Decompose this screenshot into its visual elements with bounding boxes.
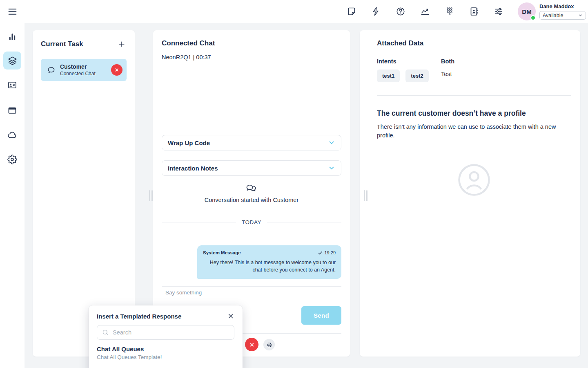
chat-bubbles-icon (245, 183, 258, 194)
intents-label: Intents (377, 58, 396, 65)
both-value: Test (441, 71, 452, 77)
intents-chips: test1 test2 (377, 70, 429, 82)
search-icon (102, 329, 109, 336)
plus-icon (118, 40, 126, 48)
end-chat-button[interactable] (245, 338, 258, 351)
menu-button[interactable] (7, 6, 18, 17)
system-message-bubble: System Message 19:29 Hey there! This is … (197, 245, 341, 279)
contact-card-icon (7, 80, 17, 90)
no-profile-title: The current customer doesn’t have a prof… (377, 109, 526, 118)
sidebar-item-tasks[interactable] (3, 52, 21, 70)
interaction-notes-accordion[interactable]: Interaction Notes (162, 160, 341, 176)
user-circle-icon (458, 164, 490, 196)
intent-chip: test2 (405, 70, 428, 82)
task-type: Connected Chat (60, 71, 107, 76)
chat-bubble-icon (47, 65, 56, 75)
message-sender: System Message (203, 250, 241, 255)
contacts-button[interactable] (467, 4, 481, 19)
day-divider: TODAY (162, 219, 341, 225)
help-button[interactable] (393, 4, 408, 19)
note-icon (347, 7, 356, 16)
task-text: Customer Connected Chat (60, 63, 107, 76)
user-meta: Dane Maddox Available (539, 3, 587, 20)
sidebar-item-settings[interactable] (3, 150, 21, 168)
chat-message-input[interactable] (165, 289, 329, 296)
topbar: DM Dane Maddox Available (0, 0, 588, 23)
conversation-start-notice: Conversation started with Customer (153, 183, 350, 203)
layers-icon (7, 56, 18, 66)
cloud-icon (7, 130, 17, 140)
dialpad-icon (445, 7, 454, 16)
panel-resize-handle[interactable] (364, 190, 368, 201)
add-task-button[interactable] (116, 38, 127, 50)
address-book-icon (469, 7, 479, 16)
sidebar-item-contacts[interactable] (3, 76, 21, 94)
divider (377, 95, 571, 96)
user-avatar[interactable]: DM (518, 2, 536, 20)
availability-value: Available (543, 13, 564, 18)
template-search (97, 325, 234, 340)
chevron-down-icon (578, 13, 583, 18)
gear-icon (7, 155, 17, 164)
help-icon (396, 7, 405, 16)
template-search-input[interactable] (113, 329, 229, 336)
popup-title: Insert a Templated Response (97, 313, 181, 320)
conversation-start-text: Conversation started with Customer (153, 197, 350, 203)
close-icon (249, 342, 255, 348)
profile-placeholder (458, 164, 490, 196)
chat-title: Connected Chat (162, 39, 215, 47)
check-icon (318, 250, 323, 255)
topbar-actions (344, 4, 506, 19)
attached-data-title: Attached Data (377, 39, 423, 47)
quick-actions-button[interactable] (369, 4, 383, 19)
chevron-down-icon (328, 164, 335, 172)
message-text: Hey there! This is a bot message to welc… (203, 259, 336, 274)
print-icon (266, 342, 272, 348)
sidebar-item-cloud[interactable] (3, 126, 21, 144)
message-meta: 19:29 (318, 250, 336, 255)
availability-dropdown[interactable]: Available (539, 11, 586, 20)
task-name: Customer (60, 63, 107, 70)
template-item[interactable]: Chat All Queues Chat All Queues Template… (89, 340, 243, 360)
preferences-button[interactable] (491, 4, 506, 19)
send-button[interactable]: Send (301, 306, 341, 325)
close-icon (227, 312, 234, 320)
dialpad-button[interactable] (442, 4, 457, 19)
line-chart-icon (420, 7, 430, 16)
popup-close-button[interactable] (225, 311, 236, 321)
sliders-icon (494, 7, 503, 16)
chat-session-info: NeonR2Q1 | 00:37 (162, 54, 211, 61)
sidebar (0, 23, 24, 368)
chevron-down-icon (328, 139, 335, 146)
sidebar-item-analytics[interactable] (3, 28, 21, 46)
both-label: Both (441, 58, 454, 65)
current-task-title: Current Task (41, 40, 83, 48)
template-item-name: Chat All Queues (97, 346, 234, 352)
print-transcript-button[interactable] (263, 339, 275, 350)
template-item-description: Chat All Queues Template! (97, 354, 234, 360)
wrap-up-code-accordion[interactable]: Wrap Up Code (162, 135, 341, 150)
notes-button[interactable] (344, 4, 359, 19)
templated-response-popup: Insert a Templated Response Chat All Que… (89, 305, 243, 368)
intent-chip: test1 (377, 70, 400, 82)
analytics-button[interactable] (418, 4, 432, 19)
end-task-button[interactable] (111, 64, 122, 76)
attached-data-panel: Attached Data Intents test1 test2 Both T… (360, 30, 580, 357)
bar-chart-icon (7, 32, 17, 42)
interaction-notes-label: Interaction Notes (168, 165, 218, 172)
panel-resize-handle[interactable] (149, 190, 153, 201)
status-dot (530, 15, 536, 20)
user-name: Dane Maddox (539, 3, 587, 9)
task-card[interactable]: Customer Connected Chat (41, 59, 127, 81)
wrap-up-code-label: Wrap Up Code (168, 139, 210, 146)
menu-icon (7, 7, 18, 17)
lightning-icon (371, 7, 381, 16)
close-icon (114, 67, 119, 72)
window-icon (7, 105, 17, 115)
no-profile-body: There isn’t any information we can use t… (377, 123, 570, 140)
sidebar-item-workspace[interactable] (3, 101, 21, 119)
day-divider-label: TODAY (242, 219, 261, 225)
divider (162, 286, 341, 287)
message-time: 19:29 (324, 250, 336, 255)
